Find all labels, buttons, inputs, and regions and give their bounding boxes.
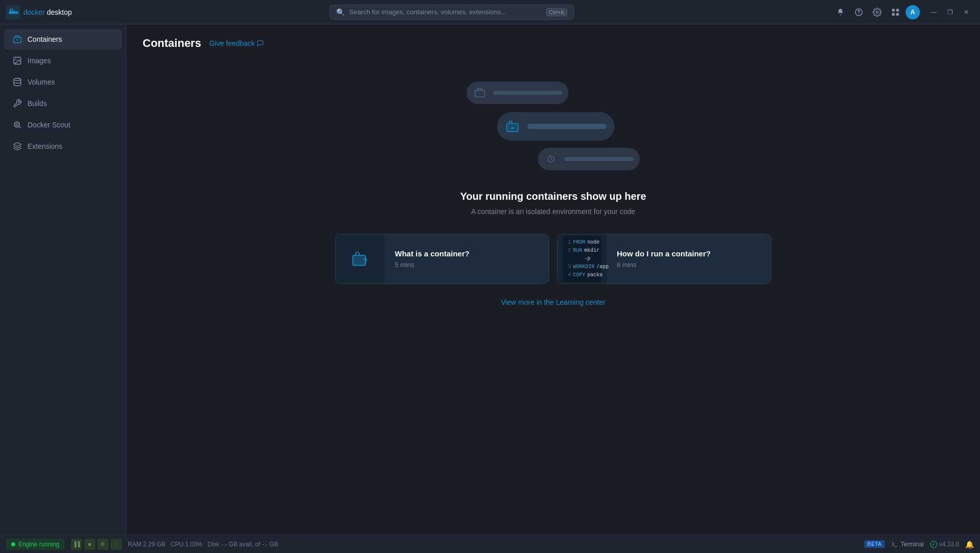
page-title: Containers [143,37,201,50]
search-bar[interactable]: 🔍 Search for images, containers, volumes… [330,5,574,20]
svg-rect-3 [14,10,15,12]
engine-status-dot [11,542,15,546]
status-left: Engine running ▐▐ ■ ⚙ ⋮ RAM 2.29 GB CPU … [6,539,278,550]
svg-point-16 [14,122,20,127]
svg-rect-5 [12,9,13,10]
pill-bar-1 [493,91,562,95]
code-line-1: 1 FROM node [568,239,596,247]
sidebar-item-images[interactable]: Images [4,50,122,71]
notification-bell-icon[interactable]: 🔔 [965,540,974,548]
docker-scout-label: Docker Scout [28,121,70,129]
app-name: docker desktop [23,8,72,16]
search-shortcut-badge: Ctrl+K [546,8,568,16]
engine-stop-button[interactable]: ■ [84,539,95,550]
builds-icon [12,98,22,109]
sidebar: Containers Images Volumes [0,24,126,535]
docker-scout-icon [12,120,22,130]
card-icon-area-2: 1 FROM node 2 RUN mkdir -p 3 [558,234,607,283]
svg-point-14 [15,59,16,60]
feedback-icon [257,40,264,47]
title-bar-right: A — ❐ ✕ [832,4,974,20]
engine-settings-button[interactable]: ⚙ [97,539,108,550]
user-avatar[interactable]: A [906,5,920,19]
main-layout: Containers Images Volumes [0,24,980,535]
svg-rect-10 [892,13,894,15]
docker-whale-icon [6,5,20,19]
card-content-1: What is a container? 5 mins [385,241,480,277]
container-illustration [436,76,670,178]
search-icon: 🔍 [336,8,345,16]
images-icon [12,56,22,66]
card-title-2: How do I run a container? [617,249,711,258]
illustration-pill-3 [538,148,640,170]
svg-point-17 [16,123,18,126]
sidebar-item-containers[interactable]: Containers [4,29,122,49]
question-icon-box: ? [351,250,369,268]
settings-icon[interactable] [869,4,885,20]
update-check-icon: ✓ [930,541,937,548]
svg-point-7 [858,14,859,15]
svg-rect-18 [475,90,484,97]
pill-bar-2 [528,124,606,129]
search-placeholder: Search for images, containers, volumes, … [349,8,541,16]
sidebar-item-docker-scout[interactable]: Docker Scout [4,115,122,135]
maximize-button[interactable]: ❐ [942,5,958,20]
grid-icon[interactable] [887,4,904,20]
code-line-2: 2 RUN mkdir -p [568,247,596,263]
illustration-pill-2 [497,112,614,141]
content-area: Containers Give feedback [126,24,980,535]
engine-controls: ▐▐ ■ ⚙ ⋮ [71,539,122,550]
svg-point-15 [14,78,21,81]
ram-stat: RAM 2.29 GB CPU 1.00% Disk -.- GB avail.… [128,541,278,548]
empty-state: Your running containers show up here A c… [143,66,964,327]
volumes-icon [12,77,22,87]
images-label: Images [28,57,51,65]
sidebar-item-volumes[interactable]: Volumes [4,72,122,92]
containers-label: Containers [28,35,62,43]
svg-text:?: ? [363,257,367,265]
card-how-run-container[interactable]: 1 FROM node 2 RUN mkdir -p 3 [557,234,771,284]
engine-pause-button[interactable]: ▐▐ [71,539,82,550]
pill-icon-1 [472,85,488,101]
code-snippet-icon: 1 FROM node 2 RUN mkdir -p 3 [563,235,602,282]
builds-label: Builds [28,99,47,108]
beta-badge: BETA [864,540,885,548]
engine-status[interactable]: Engine running [6,539,65,550]
pill-bar-3 [564,157,634,161]
card-duration-2: 6 mins [617,261,711,269]
volumes-label: Volumes [28,78,55,86]
terminal-button[interactable]: Terminal [891,541,923,548]
svg-rect-4 [10,9,11,10]
svg-rect-8 [892,9,894,11]
help-icon[interactable] [851,4,867,20]
svg-rect-11 [896,13,899,15]
title-bar-left: docker desktop [6,5,72,19]
window-controls: — ❐ ✕ [926,5,974,20]
sidebar-item-extensions[interactable]: Extensions [4,136,122,156]
empty-title: Your running containers show up here [460,191,646,202]
card-title-1: What is a container? [395,249,470,258]
minimize-button[interactable]: — [926,5,941,20]
docker-logo: docker desktop [6,5,72,19]
sidebar-item-builds[interactable]: Builds [4,93,122,114]
feedback-link[interactable]: Give feedback [209,39,264,47]
svg-rect-9 [896,9,899,11]
engine-status-label: Engine running [18,541,60,548]
extensions-label: Extensions [28,142,62,150]
learning-center-link[interactable]: View more in the Learning center [501,298,605,306]
pill-icon-3 [543,151,559,167]
status-bar: Engine running ▐▐ ■ ⚙ ⋮ RAM 2.29 GB CPU … [0,535,980,553]
title-bar: docker desktop 🔍 Search for images, cont… [0,0,980,24]
svg-rect-2 [12,10,13,12]
pill-icon-2 [502,116,523,137]
page-header: Containers Give feedback [143,37,964,50]
code-line-4: 4 COPY packa [568,271,596,279]
title-bar-center: 🔍 Search for images, containers, volumes… [72,5,832,20]
code-line-3: 3 WORKDIR /app [568,263,596,271]
engine-more-button[interactable]: ⋮ [111,539,122,550]
container-question-icon: ? [351,250,369,268]
illustration-pill-1 [467,82,568,104]
card-what-is-container[interactable]: ? What is a container? 5 mins [335,234,549,284]
close-button[interactable]: ✕ [959,5,974,20]
notifications-icon[interactable] [832,4,849,20]
